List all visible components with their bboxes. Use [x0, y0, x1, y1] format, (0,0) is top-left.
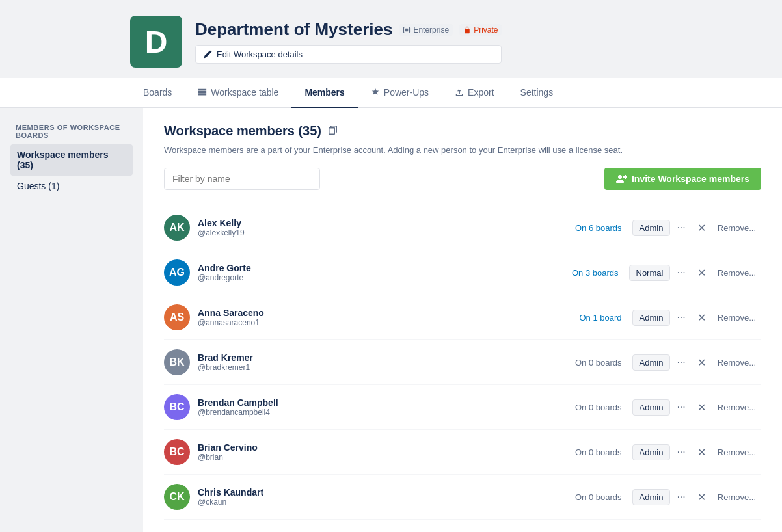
- member-x-button[interactable]: ✕: [692, 309, 711, 326]
- member-remove-button[interactable]: Remove...: [712, 220, 761, 235]
- enterprise-badge: Enterprise: [399, 24, 453, 36]
- member-x-button[interactable]: ✕: [692, 399, 711, 416]
- member-name: Chris Kaundart: [198, 487, 563, 498]
- member-handle: @ckaun: [198, 498, 563, 507]
- member-more-button[interactable]: ···: [671, 219, 690, 236]
- workspace-title-row: Department of Mysteries Enterprise Priva…: [195, 20, 502, 40]
- member-actions: Admin ··· ✕ Remove...: [632, 309, 761, 326]
- workspace-name: Department of Mysteries: [195, 20, 392, 40]
- member-handle: @brendancampbell4: [198, 408, 563, 417]
- member-avatar: CK: [164, 484, 190, 510]
- enterprise-icon: [403, 26, 411, 34]
- members-title: Workspace members (35): [164, 124, 321, 139]
- member-more-button[interactable]: ···: [671, 399, 690, 416]
- tab-workspace-table[interactable]: Workspace table: [185, 78, 291, 108]
- members-title-row: Workspace members (35): [164, 124, 761, 139]
- tab-export[interactable]: Export: [442, 78, 507, 108]
- sidebar-item-workspace-members[interactable]: Workspace members (35): [10, 144, 133, 176]
- member-info: Anna Saraceno @annasaraceno1: [198, 308, 563, 327]
- member-name: Brad Kremer: [198, 352, 563, 363]
- member-row: AK Alex Kelly @alexkelly19 On 6 boards A…: [164, 206, 761, 250]
- copy-icon[interactable]: [328, 125, 338, 137]
- members-list: AK Alex Kelly @alexkelly19 On 6 boards A…: [164, 206, 761, 520]
- member-name: Brendan Campbell: [198, 397, 563, 408]
- private-badge: Private: [459, 24, 502, 36]
- member-x-button[interactable]: ✕: [692, 219, 711, 237]
- member-role-button[interactable]: Admin: [632, 489, 671, 505]
- member-boards-count: On 0 boards: [563, 358, 622, 367]
- export-icon: [455, 88, 464, 97]
- edit-workspace-button[interactable]: Edit Workspace details: [195, 45, 502, 64]
- member-info: Andre Gorte @andregorte: [198, 263, 560, 282]
- member-info: Chris Kaundart @ckaun: [198, 487, 563, 507]
- member-handle: @annasaraceno1: [198, 318, 563, 327]
- member-avatar: AS: [164, 304, 190, 330]
- member-handle: @alexkelly19: [198, 228, 563, 237]
- pencil-icon: [204, 50, 213, 59]
- member-x-button[interactable]: ✕: [692, 488, 711, 506]
- member-boards-link[interactable]: On 3 boards: [560, 268, 619, 278]
- member-name: Alex Kelly: [198, 218, 563, 228]
- workspace-info: Department of Mysteries Enterprise Priva…: [195, 20, 502, 64]
- member-name: Brian Cervino: [198, 442, 563, 453]
- member-actions: Normal ··· ✕ Remove...: [629, 264, 762, 282]
- filter-input[interactable]: [164, 168, 320, 190]
- member-more-button[interactable]: ···: [671, 264, 690, 281]
- top-header: D Department of Mysteries Enterprise Pri…: [0, 0, 782, 78]
- member-avatar: BC: [164, 439, 190, 465]
- member-row: AG Andre Gorte @andregorte On 3 boards N…: [164, 250, 761, 295]
- member-row: BK Brad Kremer @bradkremer1 On 0 boards …: [164, 340, 761, 385]
- lock-icon: [463, 26, 471, 34]
- member-more-button[interactable]: ···: [671, 444, 690, 460]
- member-more-button[interactable]: ···: [671, 309, 690, 326]
- member-x-button[interactable]: ✕: [692, 264, 711, 282]
- member-role-button[interactable]: Admin: [632, 310, 671, 326]
- member-actions: Admin ··· ✕ Remove...: [632, 488, 761, 506]
- member-row: BC Brian Cervino @brian On 0 boards Admi…: [164, 430, 761, 475]
- member-remove-button[interactable]: Remove...: [712, 400, 761, 415]
- member-info: Brendan Campbell @brendancampbell4: [198, 397, 563, 417]
- member-x-button[interactable]: ✕: [692, 444, 711, 461]
- svg-rect-1: [405, 28, 409, 31]
- member-boards-count: On 0 boards: [563, 492, 622, 502]
- member-boards-link[interactable]: On 6 boards: [563, 223, 622, 233]
- member-more-button[interactable]: ···: [671, 488, 690, 505]
- invite-workspace-members-button[interactable]: Invite Workspace members: [604, 168, 761, 190]
- members-content: Workspace members (35) Workspace members…: [143, 108, 782, 532]
- member-avatar: AG: [164, 259, 190, 286]
- sidebar-item-guests[interactable]: Guests (1): [10, 176, 133, 196]
- member-handle: @andregorte: [198, 273, 560, 282]
- tab-settings[interactable]: Settings: [507, 78, 567, 108]
- workspace-logo: D: [130, 16, 182, 68]
- member-role-button[interactable]: Normal: [629, 265, 671, 281]
- member-remove-button[interactable]: Remove...: [712, 265, 761, 280]
- member-more-button[interactable]: ···: [671, 354, 690, 371]
- member-handle: @bradkremer1: [198, 363, 563, 372]
- member-handle: @brian: [198, 453, 563, 462]
- filter-invite-row: Invite Workspace members: [164, 168, 761, 190]
- member-remove-button[interactable]: Remove...: [712, 355, 761, 370]
- nav-tabs: Boards Workspace table Members Power-Ups…: [0, 78, 782, 108]
- member-actions: Admin ··· ✕ Remove...: [632, 354, 761, 371]
- main-layout: MEMBERS OF WORKSPACE BOARDS Workspace me…: [0, 108, 782, 532]
- member-avatar: BC: [164, 394, 190, 420]
- member-actions: Admin ··· ✕ Remove...: [632, 399, 761, 416]
- member-avatar: BK: [164, 349, 190, 375]
- tab-boards[interactable]: Boards: [130, 78, 185, 108]
- tab-members[interactable]: Members: [291, 78, 357, 108]
- member-remove-button[interactable]: Remove...: [712, 310, 761, 325]
- member-role-button[interactable]: Admin: [632, 354, 671, 371]
- member-name: Anna Saraceno: [198, 308, 563, 318]
- member-remove-button[interactable]: Remove...: [712, 445, 761, 460]
- member-row: BC Brendan Campbell @brendancampbell4 On…: [164, 385, 761, 430]
- member-role-button[interactable]: Admin: [632, 220, 671, 236]
- member-role-button[interactable]: Admin: [632, 444, 671, 460]
- member-avatar: AK: [164, 215, 190, 241]
- person-add-icon: [616, 174, 627, 184]
- member-remove-button[interactable]: Remove...: [712, 490, 761, 505]
- tab-power-ups[interactable]: Power-Ups: [358, 78, 442, 108]
- member-role-button[interactable]: Admin: [632, 399, 671, 416]
- member-boards-link[interactable]: On 1 board: [563, 313, 622, 323]
- member-row: AS Anna Saraceno @annasaraceno1 On 1 boa…: [164, 295, 761, 340]
- member-x-button[interactable]: ✕: [692, 354, 711, 371]
